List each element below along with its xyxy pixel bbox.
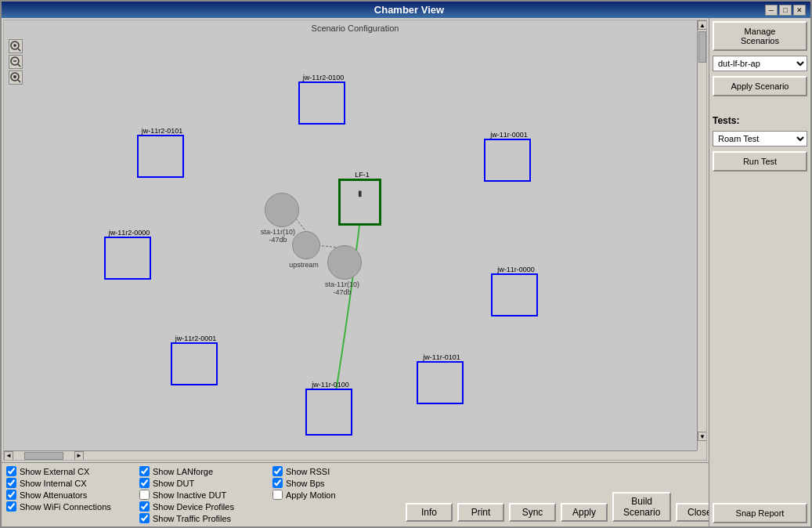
apply-motion-checkbox[interactable] — [272, 490, 283, 500]
show-device-profiles-checkbox[interactable] — [139, 501, 150, 512]
main-content: Scenario Configuration — [2, 18, 810, 526]
show-inactive-dut-checkbox[interactable] — [139, 490, 150, 500]
info-button[interactable]: Info — [406, 503, 453, 522]
scroll-down-arrow[interactable]: ▼ — [698, 432, 707, 441]
manage-scenarios-button[interactable]: ManageScenarios — [713, 21, 807, 51]
window-controls: ─ □ ✕ — [765, 5, 806, 16]
show-internal-cx-item[interactable]: Show Internal CX — [6, 478, 139, 488]
node-jw-11r2-0100[interactable]: jw-11r2-0100 — [298, 81, 345, 125]
show-traffic-profiles-label: Show Traffic Profiles — [153, 514, 231, 523]
node-LF-1[interactable]: LF-1 ▮ — [338, 179, 381, 226]
show-lanforge-label: Show LANforge — [153, 467, 213, 476]
scroll-left-arrow[interactable]: ◄ — [4, 451, 13, 461]
show-dut-label: Show DUT — [153, 479, 194, 488]
checkbox-col-2: Show LANforge Show DUT Show Inactive DUT — [139, 466, 272, 523]
bottom-toolbar: Show External CX Show Internal CX Show A… — [2, 462, 709, 526]
vertical-scrollbar[interactable]: ▲ ▼ — [697, 20, 706, 450]
canvas-area: Scenario Configuration — [2, 18, 709, 526]
svg-line-6 — [18, 64, 20, 67]
show-external-cx-item[interactable]: Show External CX — [6, 466, 139, 476]
checkbox-col-3: Show RSSI Show Bps Apply Motion — [272, 466, 406, 523]
checkbox-col-1: Show External CX Show Internal CX Show A… — [6, 466, 139, 523]
show-attenuators-checkbox[interactable] — [6, 490, 16, 500]
zoom-fit-button[interactable] — [9, 71, 23, 85]
station-sta1[interactable] — [265, 193, 299, 227]
station-upstream[interactable] — [292, 231, 320, 259]
svg-line-3 — [18, 49, 20, 51]
print-button[interactable]: Print — [457, 503, 504, 522]
close-button[interactable]: ✕ — [793, 5, 806, 16]
apply-motion-item[interactable]: Apply Motion — [272, 490, 406, 500]
show-device-profiles-label: Show Device Profiles — [153, 502, 234, 512]
snap-report-button[interactable]: Snap Report — [713, 503, 807, 523]
title-bar: Chamber View ─ □ ✕ — [2, 2, 810, 18]
node-jw-11r-0000[interactable]: jw-11r-0000 — [491, 273, 538, 316]
show-dut-checkbox[interactable] — [139, 478, 150, 488]
station-sta2-label: sta-11r(10)-47db — [319, 280, 366, 296]
show-traffic-profiles-checkbox[interactable] — [139, 513, 150, 523]
show-rssi-label: Show RSSI — [286, 467, 330, 476]
main-window: Chamber View ─ □ ✕ Scenario Configuratio… — [0, 0, 812, 528]
test-dropdown-row: Roam Test — [713, 131, 807, 146]
node-jw-11r2-0000[interactable]: jw-11r2-0000 — [104, 237, 151, 280]
scenario-dropdown-row: dut-lf-br-ap — [713, 56, 807, 71]
node-jw-11r2-0101[interactable]: jw-11r2-0101 — [137, 135, 184, 178]
horizontal-scrollbar[interactable]: ◄ ► — [4, 450, 697, 460]
scenario-frame: Scenario Configuration — [3, 20, 707, 461]
scroll-thumb-v[interactable] — [698, 31, 706, 63]
apply-scenario-button[interactable]: Apply Scenario — [713, 76, 807, 96]
right-panel: ManageScenarios dut-lf-br-ap Apply Scena… — [709, 18, 810, 526]
close-button-bottom[interactable]: Close — [676, 503, 709, 522]
show-inactive-dut-label: Show Inactive DUT — [153, 490, 226, 500]
apply-motion-label: Apply Motion — [286, 490, 336, 500]
show-lanforge-checkbox[interactable] — [139, 466, 150, 476]
show-wifi-connections-checkbox[interactable] — [6, 501, 16, 512]
show-inactive-dut-item[interactable]: Show Inactive DUT — [139, 490, 272, 500]
zoom-controls — [9, 39, 23, 85]
build-scenario-button[interactable]: Build Scenario — [612, 492, 671, 522]
svg-point-8 — [13, 75, 16, 78]
restore-button[interactable]: □ — [779, 5, 792, 16]
apply-button[interactable]: Apply — [561, 503, 608, 522]
show-internal-cx-checkbox[interactable] — [6, 478, 16, 488]
node-jw-11r-0001[interactable]: jw-11r-0001 — [484, 139, 531, 182]
show-external-cx-checkbox[interactable] — [6, 466, 16, 476]
scenario-label: Scenario Configuration — [312, 24, 399, 33]
minimize-button[interactable]: ─ — [765, 5, 778, 16]
show-lanforge-item[interactable]: Show LANforge — [139, 466, 272, 476]
show-bps-item[interactable]: Show Bps — [272, 478, 406, 488]
station-upstream-label: upstream — [284, 261, 323, 269]
show-device-profiles-item[interactable]: Show Device Profiles — [139, 501, 272, 512]
tests-label: Tests: — [713, 115, 807, 126]
station-sta2[interactable] — [327, 245, 362, 280]
scroll-thumb-h[interactable] — [24, 452, 63, 460]
sync-button[interactable]: Sync — [509, 503, 556, 522]
show-traffic-profiles-item[interactable]: Show Traffic Profiles — [139, 513, 272, 523]
scenario-canvas[interactable]: jw-11r2-0100 jw-11r2-0101 jw-11r-0001 LF… — [4, 34, 697, 460]
show-external-cx-label: Show External CX — [20, 467, 89, 476]
scenario-dropdown[interactable]: dut-lf-br-ap — [713, 56, 807, 71]
show-rssi-item[interactable]: Show RSSI — [272, 466, 406, 476]
show-rssi-checkbox[interactable] — [272, 466, 283, 476]
show-dut-item[interactable]: Show DUT — [139, 478, 272, 488]
show-wifi-connections-item[interactable]: Show WiFi Connections — [6, 501, 139, 512]
window-title: Chamber View — [53, 4, 765, 16]
scrollbar-corner — [697, 450, 706, 460]
node-jw-11r2-0001[interactable]: jw-11r2-0001 — [171, 342, 218, 385]
node-jw-11r-0100[interactable]: jw-11r-0100 — [305, 389, 352, 436]
svg-line-9 — [18, 80, 20, 82]
node-jw-11r-0101[interactable]: jw-11r-0101 — [417, 361, 464, 404]
show-bps-label: Show Bps — [286, 479, 325, 488]
scroll-right-arrow[interactable]: ► — [74, 451, 84, 461]
scroll-up-arrow[interactable]: ▲ — [698, 20, 707, 30]
show-attenuators-label: Show Attenuators — [20, 490, 87, 500]
show-attenuators-item[interactable]: Show Attenuators — [6, 490, 139, 500]
show-internal-cx-label: Show Internal CX — [20, 479, 87, 488]
run-test-button[interactable]: Run Test — [713, 151, 807, 172]
test-dropdown[interactable]: Roam Test — [713, 131, 807, 146]
zoom-out-button[interactable] — [9, 55, 23, 69]
action-buttons: Info Print Sync Apply Build Scenario Clo… — [406, 466, 709, 523]
show-bps-checkbox[interactable] — [272, 478, 283, 488]
zoom-in-button[interactable] — [9, 39, 23, 53]
show-wifi-connections-label: Show WiFi Connections — [20, 502, 111, 512]
